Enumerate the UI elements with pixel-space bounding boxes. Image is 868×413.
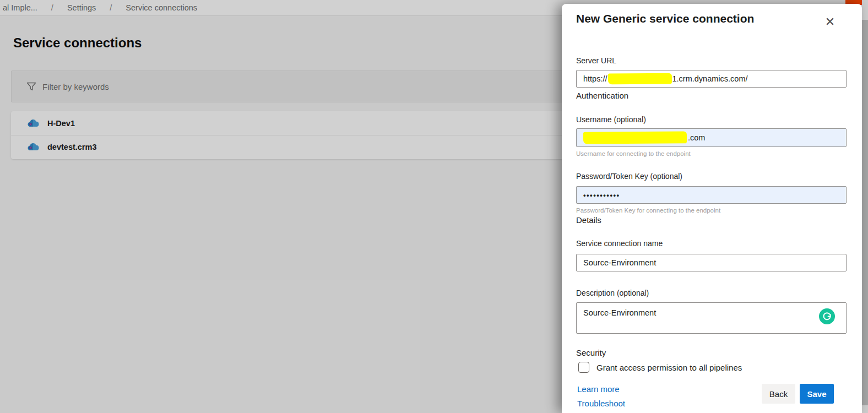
password-helper: Password/Token Key for connecting to the… bbox=[576, 207, 720, 214]
username-input[interactable]: .com bbox=[576, 128, 847, 147]
app-window: al Imple... / Settings / Service connect… bbox=[0, 0, 868, 413]
scrollbar[interactable] bbox=[862, 0, 868, 413]
password-input[interactable]: ••••••••••• bbox=[576, 186, 847, 204]
section-details: Details bbox=[576, 215, 601, 225]
new-service-connection-panel: New Generic service connection ✕ Server … bbox=[562, 4, 862, 413]
description-input[interactable]: Source-Environment bbox=[576, 302, 847, 334]
learn-more-link[interactable]: Learn more bbox=[577, 384, 620, 394]
grammarly-icon[interactable] bbox=[819, 308, 835, 324]
connection-name-input[interactable]: Source-Environment bbox=[576, 254, 847, 271]
back-button[interactable]: Back bbox=[762, 384, 795, 404]
save-button[interactable]: Save bbox=[800, 384, 834, 404]
connection-name-label: Service connection name bbox=[576, 239, 663, 248]
username-label: Username (optional) bbox=[576, 115, 646, 124]
masked-password: ••••••••••• bbox=[583, 191, 620, 199]
server-url-input[interactable]: https:// 1.crm.dynamics.com/ bbox=[576, 70, 847, 88]
checkbox-label: Grant access permission to all pipelines bbox=[596, 363, 742, 372]
panel-title: New Generic service connection bbox=[576, 12, 754, 25]
server-url-prefix: https:// bbox=[583, 74, 607, 83]
password-label: Password/Token Key (optional) bbox=[576, 172, 682, 181]
scrollbar-thumb[interactable] bbox=[862, 20, 868, 405]
username-helper: Username for connecting to the endpoint bbox=[576, 150, 691, 157]
troubleshoot-link[interactable]: Troubleshoot bbox=[577, 399, 625, 408]
description-value: Source-Environment bbox=[583, 308, 656, 317]
grant-access-checkbox-row[interactable]: Grant access permission to all pipelines bbox=[578, 362, 742, 373]
connection-name-value: Source-Environment bbox=[583, 258, 656, 267]
server-url-label: Server URL bbox=[576, 56, 616, 65]
description-label: Description (optional) bbox=[576, 289, 649, 297]
redacted-text bbox=[607, 73, 671, 85]
username-suffix: .com bbox=[688, 133, 705, 142]
section-security: Security bbox=[576, 348, 606, 357]
redacted-text bbox=[583, 131, 687, 144]
checkbox[interactable] bbox=[578, 362, 589, 373]
server-url-suffix: 1.crm.dynamics.com/ bbox=[672, 74, 748, 83]
section-authentication: Authentication bbox=[576, 91, 628, 100]
close-icon[interactable]: ✕ bbox=[821, 13, 839, 31]
